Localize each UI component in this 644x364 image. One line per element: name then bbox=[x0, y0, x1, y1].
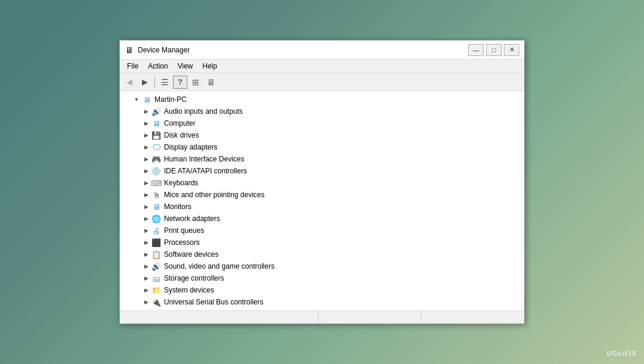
list-item[interactable]: ▶ 💿 IDE ATA/ATAPI controllers bbox=[120, 165, 524, 177]
disk-icon: 💾 bbox=[151, 130, 162, 140]
expand-icon: ▶ bbox=[141, 166, 151, 176]
toolbar: ◀ ▶ ☰ ? ⊞ 🖥 bbox=[120, 73, 524, 91]
help-button[interactable]: ? bbox=[173, 76, 187, 89]
toolbar-sep-1 bbox=[154, 77, 155, 88]
expand-icon: ▶ bbox=[141, 214, 151, 223]
menu-file[interactable]: File bbox=[122, 61, 143, 71]
list-item[interactable]: ▶ ⬛ Processors bbox=[120, 237, 524, 248]
computer-icon: 🖥 bbox=[151, 119, 162, 128]
menu-help[interactable]: Help bbox=[198, 61, 222, 71]
root-label: Martin-PC bbox=[154, 95, 187, 104]
root-icon: 🖥 bbox=[141, 95, 152, 104]
item-label: Network adapters bbox=[164, 214, 220, 223]
item-label: Display adapters bbox=[164, 143, 217, 151]
expand-icon: ▶ bbox=[141, 285, 151, 295]
back-button[interactable]: ◀ bbox=[122, 76, 137, 89]
list-item[interactable]: ▶ 📁 System devices bbox=[120, 284, 524, 296]
menu-bar: File Action View Help bbox=[120, 60, 524, 73]
device-manager-window: 🖥 Device Manager — □ ✕ File Action View … bbox=[119, 40, 525, 324]
window-controls: — □ ✕ bbox=[468, 44, 519, 56]
list-item[interactable]: ▶ 🔌 Universal Serial Bus controllers bbox=[120, 296, 524, 308]
expand-icon: ▶ bbox=[141, 250, 151, 259]
close-button[interactable]: ✕ bbox=[504, 44, 519, 56]
expand-icon: ▶ bbox=[141, 119, 151, 128]
item-label: IDE ATA/ATAPI controllers bbox=[164, 167, 247, 175]
human-icon: 🎮 bbox=[151, 154, 162, 164]
list-item[interactable]: ▶ 🎮 Human Interface Devices bbox=[120, 153, 524, 165]
processor-icon: ⬛ bbox=[151, 238, 162, 247]
expand-icon: ▶ bbox=[141, 130, 151, 140]
expand-icon: ▶ bbox=[141, 262, 151, 271]
list-item[interactable]: ▶ 🌐 Network adapters bbox=[120, 213, 524, 225]
list-item[interactable]: ▶ 🖥 Computer bbox=[120, 117, 524, 129]
item-label: Disk drives bbox=[164, 131, 199, 139]
item-label: Mice and other pointing devices bbox=[164, 191, 265, 199]
title-bar: 🖥 Device Manager — □ ✕ bbox=[120, 41, 524, 60]
expand-icon: ▶ bbox=[141, 238, 151, 247]
usb-icon: 🔌 bbox=[151, 297, 162, 307]
expand-icon: ▶ bbox=[141, 202, 151, 211]
item-label: Print queues bbox=[164, 226, 204, 235]
software-icon: 📋 bbox=[151, 250, 162, 259]
list-item[interactable]: ▶ 🖨 Print queues bbox=[120, 225, 524, 237]
audio-icon: 🔊 bbox=[151, 107, 162, 116]
list-item[interactable]: ▶ 🖴 Storage controllers bbox=[120, 272, 524, 284]
update-button[interactable]: ⊞ bbox=[188, 76, 203, 89]
status-segment-2 bbox=[318, 311, 422, 323]
print-icon: 🖨 bbox=[151, 226, 162, 235]
forward-button[interactable]: ▶ bbox=[138, 76, 152, 89]
sound-icon: 🔊 bbox=[151, 262, 162, 271]
monitor-button[interactable]: 🖥 bbox=[204, 76, 218, 89]
list-item[interactable]: ▶ 🖥 Monitors bbox=[120, 201, 524, 213]
list-item[interactable]: ▶ ⌨ Keyboards bbox=[120, 177, 524, 189]
expand-icon: ▶ bbox=[141, 273, 151, 283]
menu-action[interactable]: Action bbox=[143, 61, 172, 71]
expand-icon: ▶ bbox=[141, 297, 151, 307]
maximize-button[interactable]: □ bbox=[486, 44, 501, 56]
item-label: Audio inputs and outputs bbox=[164, 107, 243, 116]
status-bar bbox=[120, 310, 524, 323]
list-item[interactable]: ▶ 🖱 Mice and other pointing devices bbox=[120, 189, 524, 201]
expand-icon: ▶ bbox=[141, 154, 151, 164]
item-label: Universal Serial Bus controllers bbox=[164, 298, 264, 306]
list-item[interactable]: ▶ 💾 Disk drives bbox=[120, 129, 524, 141]
display-icon: 🖵 bbox=[151, 142, 162, 152]
expand-icon: ▶ bbox=[141, 142, 151, 152]
item-label: Processors bbox=[164, 238, 200, 247]
watermark: UGetFiX bbox=[607, 350, 637, 357]
expand-icon: ▶ bbox=[141, 178, 151, 188]
network-icon: 🌐 bbox=[151, 214, 162, 223]
list-item[interactable]: ▶ 🔊 Sound, video and game controllers bbox=[120, 260, 524, 272]
device-tree[interactable]: ▼ 🖥 Martin-PC ▶ 🔊 Audio inputs and outpu… bbox=[120, 91, 524, 310]
item-label: Monitors bbox=[164, 203, 191, 211]
item-label: Computer bbox=[164, 119, 196, 127]
expand-icon: ▶ bbox=[141, 107, 151, 116]
expand-icon: ▶ bbox=[141, 226, 151, 235]
monitor-icon: 🖥 bbox=[151, 202, 162, 211]
mouse-icon: 🖱 bbox=[151, 190, 162, 200]
keyboard-icon: ⌨ bbox=[151, 178, 162, 188]
item-label: Human Interface Devices bbox=[164, 155, 244, 163]
item-label: System devices bbox=[164, 286, 214, 294]
expand-icon: ▶ bbox=[141, 190, 151, 200]
title-bar-left: 🖥 Device Manager bbox=[125, 45, 190, 55]
storage-icon: 🖴 bbox=[151, 273, 162, 283]
status-segment-3 bbox=[422, 311, 524, 323]
tree-root[interactable]: ▼ 🖥 Martin-PC bbox=[120, 94, 524, 105]
properties-button[interactable]: ☰ bbox=[157, 76, 172, 89]
item-label: Storage controllers bbox=[164, 274, 224, 282]
menu-view[interactable]: View bbox=[173, 61, 198, 71]
minimize-button[interactable]: — bbox=[468, 44, 484, 56]
item-label: Sound, video and game controllers bbox=[164, 262, 274, 270]
list-item[interactable]: ▶ 🖵 Display adapters bbox=[120, 141, 524, 153]
item-label: Software devices bbox=[164, 250, 218, 259]
item-label: Keyboards bbox=[164, 179, 198, 187]
root-expand-icon: ▼ bbox=[132, 95, 141, 104]
ide-icon: 💿 bbox=[151, 166, 162, 176]
list-item[interactable]: ▶ 🔊 Audio inputs and outputs bbox=[120, 105, 524, 117]
status-segment-1 bbox=[120, 311, 318, 323]
app-icon: 🖥 bbox=[125, 45, 134, 55]
list-item[interactable]: ▶ 📋 Software devices bbox=[120, 248, 524, 260]
window-title: Device Manager bbox=[138, 46, 190, 54]
system-icon: 📁 bbox=[151, 285, 162, 295]
